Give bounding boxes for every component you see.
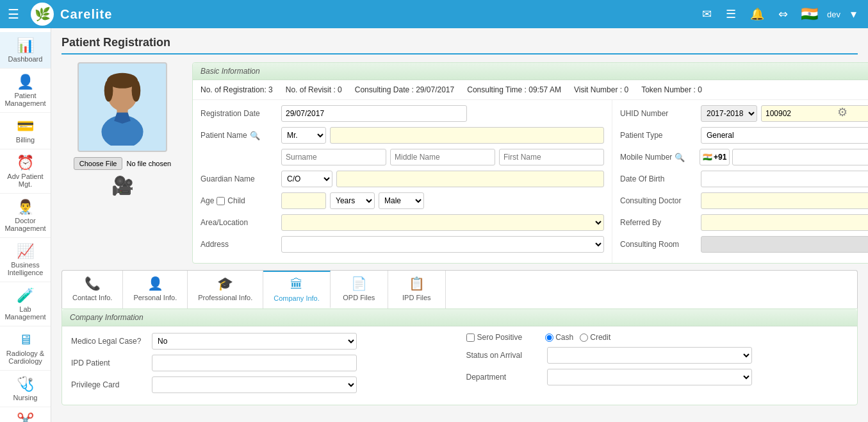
hamburger-menu[interactable]: ☰ [8, 6, 19, 22]
radiology-icon: 🖥 [19, 332, 33, 348]
sidebar-item-billing[interactable]: 💳 Billing [0, 113, 51, 149]
lab-icon: 🧪 [17, 287, 34, 304]
sidebar-item-nursing[interactable]: 🩺 Nursing [0, 371, 51, 407]
guardian-name-label: Guardian Name [201, 174, 277, 183]
gender-select[interactable]: Male Female Other [379, 192, 424, 209]
payment-type-group: Cash Credit [545, 333, 610, 342]
tab-ipd-files[interactable]: 📋 IPD Files [388, 271, 446, 308]
privilege-card-row: Privilege Card [71, 376, 454, 393]
guardian-type-select[interactable]: C/O S/O D/O W/O [281, 171, 332, 187]
chevron-down-icon[interactable]: ▾ [851, 7, 856, 21]
privilege-card-select[interactable] [152, 376, 357, 393]
company-body: Medico Legal Case? No Yes IPD Patient [62, 326, 857, 405]
uhid-year-select[interactable]: 2017-2018 2016-2017 [701, 105, 757, 122]
app-logo: 🌿 [31, 3, 54, 26]
credit-radio-label[interactable]: Credit [580, 333, 610, 342]
sidebar-item-dashboard[interactable]: 📊 Dashboard [0, 32, 51, 69]
arrows-icon[interactable]: ⇔ [778, 7, 788, 21]
tab-contact-info[interactable]: 📞 Contact Info. [62, 271, 123, 308]
sidebar-item-patient-management[interactable]: 👤 Patient Management [0, 69, 51, 113]
billing-icon: 💳 [17, 118, 34, 135]
age-input[interactable] [281, 192, 326, 209]
referred-by-select[interactable] [701, 214, 868, 231]
sidebar-label-billing: Billing [16, 136, 35, 144]
no-of-registration: No. of Registration: 3 [201, 85, 273, 94]
list-icon[interactable]: ☰ [726, 7, 736, 21]
sidebar-label-adv-patient: Adv Patient Mgt. [3, 173, 48, 188]
choose-file-button[interactable]: Choose File [74, 157, 123, 170]
patient-form-area: Choose File No file chosen 🎥 Basic Infor… [61, 62, 858, 264]
email-icon[interactable]: ✉ [702, 7, 712, 21]
consulting-doctor-label: Consulting Doctor [620, 196, 697, 205]
department-select[interactable] [547, 369, 752, 385]
registration-date-label: Registration Date [201, 109, 277, 118]
guardian-name-input[interactable] [336, 171, 604, 187]
dob-input[interactable] [701, 171, 868, 187]
bell-icon[interactable]: 🔔 [750, 7, 764, 21]
settings-gear-icon[interactable]: ⚙ [837, 105, 848, 119]
sidebar-item-doctor-management[interactable]: 👨‍⚕️ Doctor Management [0, 194, 51, 238]
mobile-country-code: +91 [714, 153, 726, 162]
sidebar-item-radiology[interactable]: 🖥 Radiology & Cardiology [0, 326, 51, 371]
name-parts-row [281, 149, 604, 165]
sidebar-item-business-intelligence[interactable]: 📈 Business Intelligence [0, 238, 51, 282]
consulting-room-input[interactable] [701, 236, 868, 253]
dob-row: Date Of Birth [620, 171, 868, 187]
surname-input[interactable] [281, 149, 386, 165]
patient-search-icon[interactable]: 🔍 [250, 131, 260, 140]
credit-radio[interactable] [580, 333, 588, 342]
age-unit-select[interactable]: Years Months Days [330, 192, 375, 209]
opd-icon: 📄 [351, 276, 367, 291]
ipd-patient-label: IPD Patient [71, 359, 148, 367]
tab-personal-info[interactable]: 👤 Personal Info. [123, 271, 188, 308]
top-navigation: ☰ 🌿 Carelite ✉ ☰ 🔔 ⇔ 🇮🇳 dev ▾ [0, 0, 868, 28]
sero-positive-label[interactable]: Sero Positive [466, 333, 523, 342]
ipd-patient-input[interactable] [152, 355, 357, 371]
patient-title-select[interactable]: Mr. Mrs. Ms. Dr. [281, 127, 326, 144]
svg-point-2 [104, 80, 113, 101]
registration-date-input[interactable] [281, 105, 467, 122]
visit-number: Visit Number : 0 [574, 85, 628, 94]
camera-icon[interactable]: 🎥 [111, 175, 134, 196]
address-label: Address [201, 240, 277, 249]
mobile-input[interactable] [732, 149, 868, 165]
tab-professional-info[interactable]: 🎓 Professional Info. [188, 271, 263, 308]
no-of-revisit: No. of Revisit : 0 [286, 85, 342, 94]
child-checkbox[interactable] [217, 197, 225, 205]
address-select[interactable] [281, 236, 604, 253]
medico-legal-select[interactable]: No Yes [152, 333, 357, 350]
personal-icon: 👤 [147, 276, 163, 291]
patient-avatar [84, 69, 161, 146]
first-name-input[interactable] [499, 149, 604, 165]
consulting-doctor-select[interactable] [701, 192, 868, 209]
mobile-search-icon[interactable]: 🔍 [675, 153, 685, 162]
basic-info-body: Registration Date Patient Name 🔍 [193, 100, 868, 263]
uhid-label: UHID Number [620, 109, 697, 118]
cash-radio-label[interactable]: Cash [545, 333, 573, 342]
referred-by-label: Referred By [620, 218, 697, 227]
status-arrival-label: Status on Arrival [466, 351, 543, 360]
sidebar-item-adv-patient[interactable]: ⏰ Adv Patient Mgt. [0, 149, 51, 194]
sidebar-item-lab[interactable]: 🧪 Lab Management [0, 282, 51, 326]
guardian-name-row: Guardian Name C/O S/O D/O W/O [201, 171, 604, 187]
nursing-icon: 🩺 [17, 376, 34, 392]
ipd-patient-row: IPD Patient [71, 355, 454, 371]
uhid-row: UHID Number 2017-2018 2016-2017 [620, 105, 868, 122]
patient-type-label: Patient Type [620, 131, 697, 140]
patient-name-input[interactable] [330, 127, 604, 144]
user-menu[interactable]: dev [827, 10, 840, 19]
tab-opd-files[interactable]: 📄 OPD Files [331, 271, 388, 308]
age-label: Age Child [201, 196, 277, 205]
cash-radio[interactable] [545, 333, 553, 342]
status-arrival-select[interactable] [547, 347, 752, 364]
dob-label: Date Of Birth [620, 174, 697, 183]
tab-company-info[interactable]: 🏛 Company Info. [263, 271, 331, 308]
logo-icon: 🌿 [35, 6, 51, 22]
middle-name-input[interactable] [390, 149, 495, 165]
uhid-number-input[interactable] [761, 105, 868, 122]
mobile-flag: 🇮🇳 +91 [700, 149, 730, 165]
sero-positive-checkbox[interactable] [466, 333, 475, 342]
sidebar-item-ot[interactable]: ✂️ OT [0, 407, 51, 422]
area-location-select[interactable] [281, 214, 604, 231]
patient-type-select[interactable]: General VIP Staff [701, 127, 868, 144]
